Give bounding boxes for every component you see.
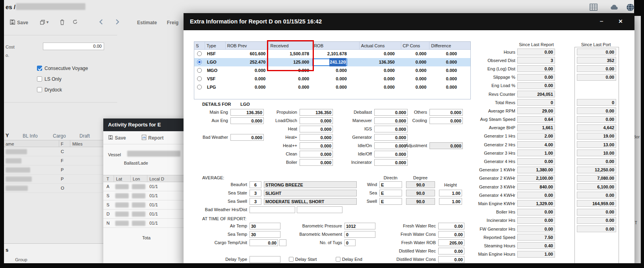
rob-cell[interactable]: 0.000	[312, 83, 360, 91]
cost-input[interactable]: 0.00	[43, 43, 104, 50]
fresh-water-cons-input[interactable]: 0.00	[438, 231, 464, 238]
rob-prev-cell[interactable]: 252.470	[226, 58, 269, 66]
igs-input[interactable]: 0.000	[374, 126, 408, 132]
tab-cargo[interactable]: Cargo	[53, 133, 66, 139]
air-temp-input[interactable]: 30	[249, 223, 280, 229]
freight-tab-fragment[interactable]: Freig	[167, 20, 178, 25]
rob-prev-cell[interactable]: 0.000	[226, 83, 269, 91]
received-cell[interactable]: 0.000	[269, 75, 312, 83]
distilled-water-cons-input[interactable]: 0.00	[438, 256, 464, 263]
propulsion-input[interactable]: 136.350	[300, 109, 333, 116]
barometric-movement-input[interactable]: 0	[344, 231, 375, 238]
fuel-radio-mgo[interactable]	[194, 66, 205, 75]
tab-active-fragment[interactable]: Y	[6, 133, 9, 138]
bad-weather-input[interactable]: 0.000	[230, 134, 264, 141]
rob-prev-cell[interactable]: 0.000	[226, 66, 269, 75]
cp-cons-cell[interactable]: 0.000	[401, 66, 429, 75]
cooling-input[interactable]: 0.000	[429, 117, 463, 124]
swell-height-input[interactable]: 1.00	[439, 198, 462, 205]
cp-cons-cell[interactable]: 0.000	[401, 58, 429, 66]
actual-cons-cell[interactable]: 0.000	[360, 75, 401, 83]
ls-only-checkbox[interactable]	[37, 76, 42, 82]
boiler-input[interactable]: 0.000	[300, 159, 333, 166]
chevron-right-icon[interactable]	[115, 19, 119, 25]
cp-cons-cell[interactable]: 0.000	[401, 83, 429, 91]
actual-cons-cell[interactable]: 0.000	[360, 50, 401, 58]
refresh-icon[interactable]	[72, 19, 78, 25]
heat-input[interactable]: 0.000	[300, 126, 333, 132]
actual-cons-cell[interactable]: 0.000	[360, 66, 401, 75]
received-cell[interactable]: 1,500.078	[269, 50, 312, 58]
received-cell[interactable]: 0.000	[269, 66, 312, 75]
table-icon[interactable]	[590, 4, 598, 12]
heat-plus-plus-input[interactable]: 0.000	[300, 142, 333, 149]
activity-row[interactable]: A 01/1	[103, 182, 184, 191]
save-button[interactable]: Save	[17, 20, 28, 25]
fuel-radio-lpg[interactable]	[194, 83, 205, 91]
cloud-icon[interactable]	[610, 4, 618, 11]
sea-temp-input[interactable]: 30	[249, 231, 280, 238]
distilled-water-rec-input[interactable]: 0.00	[438, 248, 464, 254]
deballast-input[interactable]: 0.000	[374, 109, 408, 116]
activity-row[interactable]: N 01/1	[103, 219, 184, 228]
beaufort-input[interactable]: 6	[249, 181, 261, 188]
globe-icon[interactable]	[626, 3, 634, 12]
activity-save-button[interactable]: Save	[115, 135, 126, 141]
consecutive-voyage-checkbox[interactable]	[37, 66, 42, 71]
actual-cons-cell[interactable]: 0.000	[360, 83, 401, 91]
aux-eng-input[interactable]: 0.000	[230, 117, 264, 124]
main-eng-input[interactable]: 136.350	[230, 109, 264, 116]
sea-direction-input[interactable]: E	[379, 190, 402, 196]
delay-type-input[interactable]	[249, 256, 280, 263]
delay-start-checkbox[interactable]	[289, 257, 294, 262]
sea-state-input[interactable]: 3	[249, 190, 261, 196]
bad-weather-dist-input[interactable]	[297, 206, 342, 213]
generator-input[interactable]: 0.000	[374, 134, 408, 141]
delay-end-checkbox[interactable]	[336, 257, 340, 262]
rob-prev-cell[interactable]: 601.600	[226, 50, 269, 58]
rob-cell[interactable]: 0.000	[312, 75, 360, 83]
received-cell[interactable]: 125.000	[269, 58, 312, 66]
cargo-temp-unit-input[interactable]	[279, 239, 286, 246]
idle-off-input[interactable]: 0.000	[374, 151, 408, 157]
fresh-water-rec-input[interactable]: 0.00	[438, 223, 464, 229]
copy-icon[interactable]	[40, 19, 45, 26]
cargo-temp-input[interactable]: 0.00	[249, 239, 278, 246]
chevron-down-icon[interactable]: ▾	[46, 20, 48, 24]
activity-row[interactable]: D 01/1	[103, 210, 184, 219]
idle-on-input[interactable]: 0.000	[374, 142, 408, 149]
cp-cons-cell[interactable]: 0.000	[401, 50, 429, 58]
sea-height-input[interactable]: 1.00	[439, 190, 462, 196]
estimate-button[interactable]: Estimate	[137, 20, 157, 25]
maneuver-input[interactable]: 0.000	[374, 117, 408, 124]
tugs-input[interactable]: 0	[344, 239, 356, 246]
heat-plus-input[interactable]: 0.000	[300, 134, 333, 141]
rob-cell[interactable]: 2,101.678	[312, 50, 360, 58]
chevron-left-icon[interactable]	[99, 19, 103, 25]
trash-icon[interactable]	[60, 19, 65, 26]
rob-input[interactable]: 241.120	[312, 58, 347, 66]
tab-bl-info[interactable]: BL Info	[23, 133, 38, 139]
bad-weather-hrs-input[interactable]	[249, 206, 295, 213]
tab-draft[interactable]: Draft	[79, 133, 90, 139]
fuel-radio-vsf[interactable]	[194, 75, 205, 83]
drydock-checkbox[interactable]	[37, 87, 42, 92]
barometric-pressure-input[interactable]: 1012	[344, 223, 375, 229]
sea-swell-input[interactable]: 3	[249, 198, 261, 205]
minimize-button[interactable]: −	[595, 13, 608, 30]
fuel-radio-lgo[interactable]	[194, 58, 205, 66]
fresh-water-rob-input[interactable]: 205.00	[438, 239, 464, 246]
received-cell[interactable]: 0.000	[269, 83, 312, 91]
activity-row[interactable]: S 01/1	[103, 200, 184, 210]
close-button[interactable]: ×	[613, 13, 628, 30]
load-disch-input[interactable]: 0.000	[300, 117, 333, 124]
fuel-radio-hsf[interactable]	[194, 50, 205, 58]
rob-prev-cell[interactable]: 0.000	[226, 75, 269, 83]
rob-cell[interactable]: 0.000	[312, 66, 360, 75]
cp-cons-cell[interactable]: 0.000	[401, 75, 429, 83]
activity-report-button[interactable]: Report	[148, 135, 164, 141]
clean-input[interactable]: 0.000	[300, 151, 333, 157]
activity-row[interactable]: S 01/1	[103, 191, 184, 200]
others-input[interactable]: 0.000	[429, 109, 463, 116]
swell-direction-input[interactable]: E	[379, 198, 402, 205]
